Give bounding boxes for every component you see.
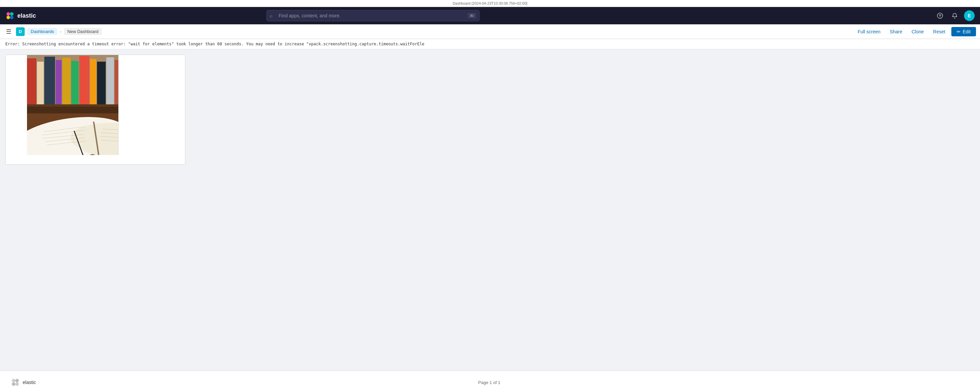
svg-point-4 xyxy=(937,13,943,18)
page-footer: elastic Page 1 of 1 xyxy=(0,371,980,388)
notifications-button[interactable] xyxy=(949,10,960,21)
svg-point-45 xyxy=(12,382,16,386)
clone-button[interactable]: Clone xyxy=(908,28,928,36)
toolbar-actions: Full screen Share Clone Reset ✏ Edit xyxy=(854,27,976,37)
svg-rect-16 xyxy=(97,62,106,105)
svg-rect-41 xyxy=(27,107,118,113)
error-bar: Error: Screenshotting encountered a time… xyxy=(0,39,980,49)
footer-logo: elastic xyxy=(11,378,36,387)
search-input[interactable] xyxy=(266,10,480,21)
svg-rect-8 xyxy=(27,58,37,105)
brand-name: elastic xyxy=(18,12,36,19)
help-icon xyxy=(937,13,943,19)
error-message: Error: Screenshotting encountered a time… xyxy=(5,42,424,46)
content-area xyxy=(0,49,980,371)
svg-rect-9 xyxy=(37,62,44,105)
fullscreen-button[interactable]: Full screen xyxy=(854,28,884,36)
current-page-breadcrumb: New Dashboard xyxy=(64,28,102,35)
svg-point-43 xyxy=(12,379,16,383)
brand-logo: elastic xyxy=(5,11,36,20)
svg-rect-17 xyxy=(107,57,114,105)
help-button[interactable] xyxy=(935,10,945,21)
panel-content xyxy=(6,55,185,155)
svg-rect-18 xyxy=(115,60,118,105)
reset-button[interactable]: Reset xyxy=(930,28,949,36)
svg-point-2 xyxy=(7,16,10,19)
svg-point-44 xyxy=(15,379,19,383)
book-scene-svg xyxy=(27,55,118,155)
dashboard-panel xyxy=(5,55,185,165)
svg-rect-14 xyxy=(80,56,89,105)
page-indicator: Page 1 of 1 xyxy=(478,380,501,385)
hamburger-icon: ☰ xyxy=(6,28,11,35)
dashboards-breadcrumb[interactable]: Dashboards xyxy=(27,28,57,35)
elastic-logo-icon xyxy=(5,11,15,20)
svg-point-3 xyxy=(10,16,14,19)
secondary-toolbar: ☰ D Dashboards › New Dashboard Full scre… xyxy=(0,24,980,39)
hamburger-button[interactable]: ☰ xyxy=(4,27,13,37)
edit-pencil-icon: ✏ xyxy=(957,29,961,34)
breadcrumb-chevron-icon: › xyxy=(60,29,61,34)
svg-rect-10 xyxy=(45,57,55,105)
dashboard-icon: D xyxy=(16,27,25,36)
meta-title: Dashboard [2024-04-23T10:30:08.756+02:00… xyxy=(453,2,527,5)
search-icon: ⌕ xyxy=(270,13,272,18)
user-avatar[interactable]: E xyxy=(964,10,975,21)
svg-point-1 xyxy=(10,12,14,16)
navbar-right: E xyxy=(935,10,975,21)
footer-brand-name: elastic xyxy=(23,380,36,385)
svg-rect-11 xyxy=(56,60,62,105)
edit-button[interactable]: ✏ Edit xyxy=(951,27,976,37)
svg-point-46 xyxy=(15,382,19,386)
footer-elastic-logo-icon xyxy=(11,378,20,387)
search-bar[interactable]: ⌕ ⌘/ xyxy=(266,10,480,21)
search-shortcut-badge: ⌘/ xyxy=(468,13,476,19)
meta-bar: Dashboard [2024-04-23T10:30:08.756+02:00… xyxy=(0,0,980,7)
svg-point-5 xyxy=(940,17,940,17)
book-image xyxy=(27,55,118,155)
bell-icon xyxy=(952,13,958,19)
svg-rect-15 xyxy=(90,59,96,105)
navbar: elastic ⌕ ⌘/ E xyxy=(0,7,980,24)
svg-point-0 xyxy=(7,12,10,16)
panel-right-area xyxy=(118,55,185,155)
svg-rect-12 xyxy=(62,58,71,105)
share-button[interactable]: Share xyxy=(886,28,905,36)
svg-rect-13 xyxy=(72,61,79,105)
panel-left-margin xyxy=(6,55,27,155)
